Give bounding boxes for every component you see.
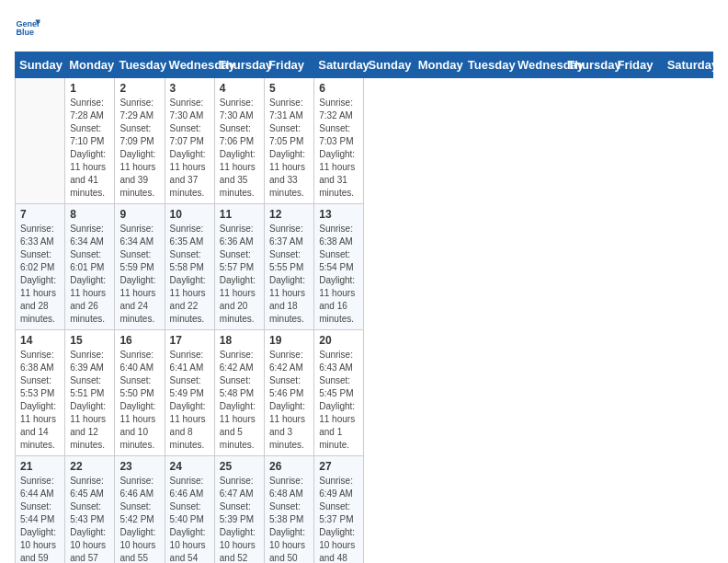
day-cell: 8Sunrise: 6:34 AMSunset: 6:01 PMDaylight… <box>65 204 115 330</box>
week-row-3: 14Sunrise: 6:38 AMSunset: 5:53 PMDayligh… <box>16 330 713 456</box>
day-info: Sunrise: 6:42 AMSunset: 5:46 PMDaylight:… <box>269 349 309 452</box>
day-cell: 23Sunrise: 6:46 AMSunset: 5:42 PMDayligh… <box>115 456 165 564</box>
day-cell: 9Sunrise: 6:34 AMSunset: 5:59 PMDaylight… <box>115 204 165 330</box>
day-number: 9 <box>119 208 159 221</box>
day-number: 5 <box>269 82 309 95</box>
day-cell: 16Sunrise: 6:40 AMSunset: 5:50 PMDayligh… <box>115 330 165 456</box>
week-row-4: 21Sunrise: 6:44 AMSunset: 5:44 PMDayligh… <box>16 456 713 564</box>
day-info: Sunrise: 6:38 AMSunset: 5:53 PMDaylight:… <box>20 349 60 452</box>
day-number: 19 <box>269 334 309 347</box>
day-cell: 11Sunrise: 6:36 AMSunset: 5:57 PMDayligh… <box>214 204 264 330</box>
week-row-2: 7Sunrise: 6:33 AMSunset: 6:02 PMDaylight… <box>16 204 713 330</box>
day-cell: 15Sunrise: 6:39 AMSunset: 5:51 PMDayligh… <box>65 330 115 456</box>
day-info: Sunrise: 6:34 AMSunset: 5:59 PMDaylight:… <box>119 223 159 326</box>
day-number: 1 <box>70 82 109 95</box>
day-number: 14 <box>20 334 60 347</box>
day-info: Sunrise: 6:40 AMSunset: 5:50 PMDaylight:… <box>119 349 159 452</box>
day-cell: 21Sunrise: 6:44 AMSunset: 5:44 PMDayligh… <box>16 456 65 564</box>
day-info: Sunrise: 6:49 AMSunset: 5:37 PMDaylight:… <box>319 475 358 563</box>
day-info: Sunrise: 6:44 AMSunset: 5:44 PMDaylight:… <box>20 475 60 563</box>
day-cell: 20Sunrise: 6:43 AMSunset: 5:45 PMDayligh… <box>314 330 364 456</box>
day-info: Sunrise: 6:38 AMSunset: 5:54 PMDaylight:… <box>319 223 358 326</box>
page-header: General Blue <box>15 15 713 40</box>
day-number: 24 <box>170 460 210 473</box>
header-sunday: Sunday <box>16 52 65 78</box>
day-cell: 5Sunrise: 7:31 AMSunset: 7:05 PMDaylight… <box>265 78 314 204</box>
day-info: Sunrise: 6:43 AMSunset: 5:45 PMDaylight:… <box>319 349 358 452</box>
day-info: Sunrise: 6:42 AMSunset: 5:48 PMDaylight:… <box>220 349 259 452</box>
day-number: 4 <box>220 82 259 95</box>
day-number: 25 <box>220 460 259 473</box>
day-info: Sunrise: 7:30 AMSunset: 7:07 PMDaylight:… <box>170 97 210 200</box>
day-number: 11 <box>220 208 259 221</box>
day-cell: 1Sunrise: 7:28 AMSunset: 7:10 PMDaylight… <box>65 78 115 204</box>
day-number: 15 <box>70 334 109 347</box>
col-header-wednesday: Wednesday <box>514 52 563 78</box>
day-cell: 17Sunrise: 6:41 AMSunset: 5:49 PMDayligh… <box>165 330 214 456</box>
day-info: Sunrise: 6:34 AMSunset: 6:01 PMDaylight:… <box>70 223 109 326</box>
col-header-friday: Friday <box>613 52 663 78</box>
day-info: Sunrise: 6:46 AMSunset: 5:42 PMDaylight:… <box>119 475 159 563</box>
day-cell: 26Sunrise: 6:48 AMSunset: 5:38 PMDayligh… <box>265 456 314 564</box>
header-wednesday: Wednesday <box>165 52 214 78</box>
header-monday: Monday <box>65 52 115 78</box>
logo: General Blue <box>15 15 40 40</box>
day-info: Sunrise: 7:30 AMSunset: 7:06 PMDaylight:… <box>220 97 259 200</box>
day-info: Sunrise: 7:29 AMSunset: 7:09 PMDaylight:… <box>119 97 159 200</box>
day-number: 2 <box>119 82 159 95</box>
day-cell: 6Sunrise: 7:32 AMSunset: 7:03 PMDaylight… <box>314 78 364 204</box>
day-info: Sunrise: 6:45 AMSunset: 5:43 PMDaylight:… <box>70 475 109 563</box>
calendar-table: SundayMondayTuesdayWednesdayThursdayFrid… <box>15 52 713 563</box>
day-number: 10 <box>170 208 210 221</box>
day-info: Sunrise: 6:39 AMSunset: 5:51 PMDaylight:… <box>70 349 109 452</box>
day-number: 26 <box>269 460 309 473</box>
day-number: 18 <box>220 334 259 347</box>
svg-text:Blue: Blue <box>16 28 34 37</box>
day-cell: 2Sunrise: 7:29 AMSunset: 7:09 PMDaylight… <box>115 78 165 204</box>
day-number: 6 <box>319 82 358 95</box>
day-cell: 27Sunrise: 6:49 AMSunset: 5:37 PMDayligh… <box>314 456 364 564</box>
day-cell: 14Sunrise: 6:38 AMSunset: 5:53 PMDayligh… <box>16 330 65 456</box>
day-number: 21 <box>20 460 60 473</box>
day-number: 23 <box>119 460 159 473</box>
header-thursday: Thursday <box>214 52 264 78</box>
col-header-thursday: Thursday <box>563 52 613 78</box>
header-row: SundayMondayTuesdayWednesdayThursdayFrid… <box>16 52 713 78</box>
logo-icon: General Blue <box>15 15 40 40</box>
day-number: 16 <box>119 334 159 347</box>
day-number: 8 <box>70 208 109 221</box>
day-cell: 13Sunrise: 6:38 AMSunset: 5:54 PMDayligh… <box>314 204 364 330</box>
day-number: 22 <box>70 460 109 473</box>
day-cell: 10Sunrise: 6:35 AMSunset: 5:58 PMDayligh… <box>165 204 214 330</box>
day-number: 12 <box>269 208 309 221</box>
day-cell: 4Sunrise: 7:30 AMSunset: 7:06 PMDaylight… <box>214 78 264 204</box>
day-info: Sunrise: 7:31 AMSunset: 7:05 PMDaylight:… <box>269 97 309 200</box>
header-saturday: Saturday <box>314 52 364 78</box>
day-info: Sunrise: 7:32 AMSunset: 7:03 PMDaylight:… <box>319 97 358 200</box>
col-header-tuesday: Tuesday <box>463 52 513 78</box>
day-cell: 7Sunrise: 6:33 AMSunset: 6:02 PMDaylight… <box>16 204 65 330</box>
day-cell: 12Sunrise: 6:37 AMSunset: 5:55 PMDayligh… <box>265 204 314 330</box>
day-cell <box>16 78 65 204</box>
day-number: 3 <box>170 82 210 95</box>
day-info: Sunrise: 7:28 AMSunset: 7:10 PMDaylight:… <box>70 97 109 200</box>
day-info: Sunrise: 6:33 AMSunset: 6:02 PMDaylight:… <box>20 223 60 326</box>
day-number: 27 <box>319 460 358 473</box>
day-cell: 18Sunrise: 6:42 AMSunset: 5:48 PMDayligh… <box>214 330 264 456</box>
header-tuesday: Tuesday <box>115 52 165 78</box>
week-row-1: 1Sunrise: 7:28 AMSunset: 7:10 PMDaylight… <box>16 78 713 204</box>
day-number: 17 <box>170 334 210 347</box>
col-header-saturday: Saturday <box>663 52 712 78</box>
day-info: Sunrise: 6:47 AMSunset: 5:39 PMDaylight:… <box>220 475 259 563</box>
day-number: 7 <box>20 208 60 221</box>
col-header-monday: Monday <box>414 52 463 78</box>
day-info: Sunrise: 6:48 AMSunset: 5:38 PMDaylight:… <box>269 475 309 563</box>
day-cell: 3Sunrise: 7:30 AMSunset: 7:07 PMDaylight… <box>165 78 214 204</box>
day-cell: 24Sunrise: 6:46 AMSunset: 5:40 PMDayligh… <box>165 456 214 564</box>
day-cell: 19Sunrise: 6:42 AMSunset: 5:46 PMDayligh… <box>265 330 314 456</box>
col-header-sunday: Sunday <box>364 52 414 78</box>
day-number: 20 <box>319 334 358 347</box>
day-info: Sunrise: 6:36 AMSunset: 5:57 PMDaylight:… <box>220 223 259 326</box>
day-info: Sunrise: 6:41 AMSunset: 5:49 PMDaylight:… <box>170 349 210 452</box>
day-number: 13 <box>319 208 358 221</box>
